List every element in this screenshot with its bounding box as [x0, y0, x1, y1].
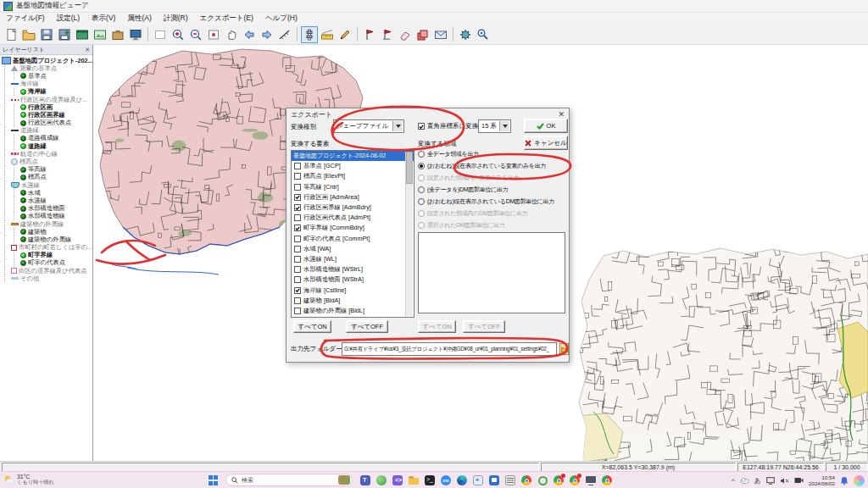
zone-combobox[interactable]: 15 系 [478, 119, 511, 133]
ime-mode-icon[interactable]: あ [754, 476, 761, 485]
layer-tree-item-0[interactable]: 基盤地図プロジェクト-202... [2, 57, 92, 64]
element-checkbox[interactable] [294, 266, 301, 273]
layer-tree-item-9[interactable]: 道路縁 [2, 127, 92, 135]
cast-display-icon[interactable] [766, 477, 775, 485]
layer-tree-item-22[interactable]: 建築物 [2, 228, 92, 236]
taskbar-vscode-icon[interactable]: <> [392, 474, 403, 486]
area-option-1[interactable]: (おおむね)現在表示されている要素のみを出力 [418, 162, 546, 170]
layer-visibility-icon[interactable] [20, 252, 26, 258]
layer-visibility-icon[interactable] [20, 229, 26, 235]
taskbar-zoom-icon[interactable]: zm [440, 474, 452, 486]
ruler-icon[interactable] [319, 26, 336, 43]
layer-tree-item-5[interactable]: 行政区画の境界線及び... [2, 96, 92, 103]
element-checkbox[interactable] [294, 173, 301, 180]
menu-item-5[interactable]: エクスポート(E) [194, 13, 259, 25]
layer-tree-item-8[interactable]: 行政区画代表点 [2, 119, 92, 127]
layer-visibility-icon[interactable] [20, 206, 26, 212]
element-item-10[interactable]: 水涯線 [WL] [292, 254, 414, 264]
image-export-icon[interactable] [92, 26, 108, 43]
mute-speaker-icon[interactable] [780, 477, 789, 485]
layer-tree-item-23[interactable]: 建築物の外周線 [2, 236, 92, 243]
pan-icon[interactable] [223, 26, 240, 43]
tray-chevron-up-icon[interactable]: ^ [732, 477, 735, 485]
element-item-0[interactable]: 基盤地図プロジェクト-2024-08-02 [292, 151, 414, 161]
menu-item-3[interactable]: 属性(A) [121, 13, 157, 25]
element-checkbox[interactable] [294, 214, 301, 221]
element-item-15[interactable]: 建築物の外周線 [BldL] [292, 306, 414, 316]
measure-icon[interactable] [276, 26, 293, 43]
taskbar-notes-icon[interactable] [504, 474, 516, 486]
menu-item-4[interactable]: 計測(R) [158, 13, 194, 25]
notification-bell-icon[interactable] [840, 476, 849, 485]
layer-tree-item-15[interactable]: 標高点 [2, 174, 92, 181]
taskbar-store-icon[interactable] [488, 474, 500, 486]
taskbar-clock[interactable]: 10:54 2024/08/02 [809, 474, 835, 486]
layer-tree-item-3[interactable]: 海岸線 [2, 80, 92, 88]
element-checkbox[interactable] [294, 204, 301, 211]
element-checkbox[interactable] [294, 194, 301, 201]
copilot-icon[interactable] [854, 475, 865, 486]
taskbar-edge-icon[interactable] [456, 474, 468, 486]
taskbar-screenshare-icon[interactable] [585, 474, 597, 486]
camera-icon[interactable] [794, 477, 804, 484]
layer-tree-item-14[interactable]: 等高線 [2, 166, 92, 174]
scrollbar[interactable] [405, 152, 413, 316]
element-item-7[interactable]: 町字界線 [CommBdry] [292, 223, 414, 233]
layer-visibility-icon[interactable] [20, 260, 26, 266]
save-as-icon[interactable] [56, 26, 73, 43]
layer-tree-item-6[interactable]: 行政区画 [2, 103, 92, 111]
ok-button[interactable]: OK [524, 119, 568, 133]
element-item-8[interactable]: 町字の代表点 [CommPt] [292, 234, 414, 244]
layer-tree-item-19[interactable]: 水部構造物面 [2, 205, 92, 213]
start-button[interactable] [209, 475, 219, 485]
layer-tree-item-11[interactable]: 道路縁 [2, 142, 92, 150]
layer-tree-item-18[interactable]: 水涯線 [2, 197, 92, 204]
onedrive-cloud-icon[interactable] [740, 477, 749, 484]
layer-tree-item-21[interactable]: 建築物の外周線 [2, 220, 92, 228]
menu-item-6[interactable]: ヘルプ(H) [259, 13, 303, 25]
layer-tree-item-24[interactable]: 市町村の町若しくは字の... [2, 244, 92, 252]
radio-icon[interactable] [418, 163, 425, 169]
flag-add-icon[interactable] [361, 26, 378, 43]
search-feature-icon[interactable] [475, 26, 492, 43]
layer-visibility-icon[interactable] [20, 89, 26, 95]
element-checkbox[interactable] [294, 225, 301, 231]
element-checkbox[interactable] [294, 297, 301, 304]
layer-visibility-icon[interactable] [20, 120, 26, 126]
layer-tree-item-28[interactable]: その他 [2, 274, 92, 282]
menu-item-0[interactable]: ファイル(F) [0, 13, 51, 25]
taskbar-chrome4-icon[interactable] [601, 474, 613, 486]
area-option-3[interactable]: (全データを)DM図郭単位に出力 [418, 186, 508, 194]
layer-visibility-icon[interactable] [20, 214, 26, 219]
layer-visibility-icon[interactable] [20, 190, 26, 196]
layer-tree-item-16[interactable]: 水涯線 [2, 181, 92, 189]
type-combobox[interactable]: シェープファイル [333, 119, 404, 133]
element-item-6[interactable]: 行政区画代表点 [AdmPt] [292, 213, 414, 223]
element-checkbox[interactable] [294, 236, 301, 242]
zoom-out-icon[interactable] [187, 26, 204, 43]
pen-icon[interactable] [337, 26, 353, 43]
element-checkbox[interactable] [294, 308, 301, 314]
element-item-1[interactable]: 基準点 [GCP] [292, 161, 414, 171]
layer-tree-item-4[interactable]: 海岸線 [2, 88, 92, 96]
radio-icon[interactable] [418, 198, 425, 205]
zoom-rect-icon[interactable] [205, 26, 222, 43]
element-item-4[interactable]: 行政区画 [AdmArea] [292, 192, 414, 202]
layer-tree-item-13[interactable]: 標高点 [2, 158, 92, 165]
layer-tree-item-10[interactable]: 道路構成線 [2, 135, 92, 142]
layer-tree-item-7[interactable]: 行政区画界線 [2, 111, 92, 119]
layer-visibility-icon[interactable] [20, 104, 26, 110]
close-icon[interactable]: ✕ [85, 47, 90, 53]
save-icon[interactable] [38, 26, 55, 43]
layer-visibility-icon[interactable] [20, 167, 26, 173]
taskbar-chrome2-icon[interactable] [553, 474, 565, 486]
feature-tool-icon[interactable] [301, 26, 318, 43]
import-icon[interactable] [109, 26, 126, 43]
taskbar-ring-icon[interactable] [537, 474, 548, 486]
flag-list-icon[interactable] [379, 26, 396, 43]
chevron-down-icon[interactable] [499, 121, 509, 131]
layer-tree-item-27[interactable]: 街区の境界線及び代表点 [2, 267, 92, 274]
cancel-button[interactable]: キャンセル [524, 136, 568, 150]
radio-icon[interactable] [418, 186, 425, 193]
element-item-9[interactable]: 水域 [WA] [292, 244, 414, 254]
